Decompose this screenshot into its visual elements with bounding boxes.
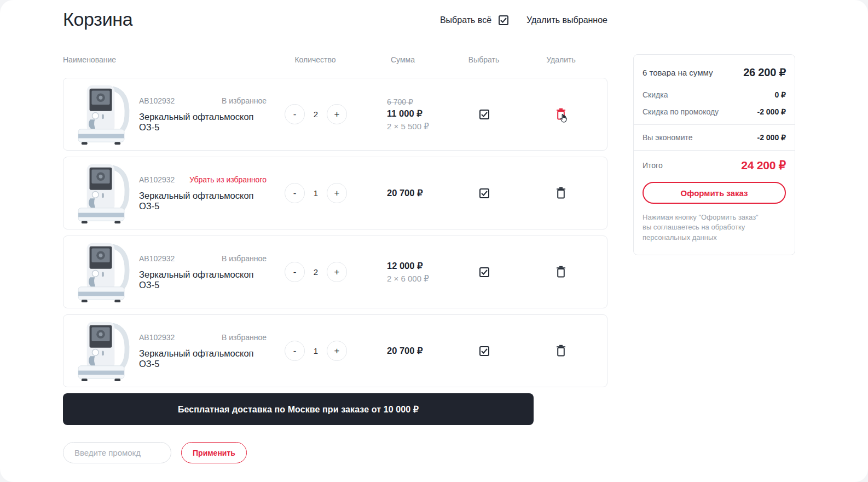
promo-discount-value: -2 000 ₽ [757, 107, 786, 116]
cart-item-row: AB102932 В избранное Зеркальный офтальмо… [63, 236, 607, 308]
cart-page: Выбрать всё Удалить выбранное Корзина На… [0, 0, 868, 482]
page-title: Корзина [63, 9, 607, 30]
check-icon [481, 269, 488, 275]
trash-icon [555, 345, 566, 357]
cursor-pointer-icon [558, 113, 569, 123]
free-delivery-text: Бесплатная доставка по Москве при заказе… [178, 404, 419, 415]
discount-label: Скидка [643, 90, 668, 99]
quantity-value: 1 [313, 188, 319, 198]
cart-item-row: AB102932 В избранное Зеркальный офтальмо… [63, 78, 607, 151]
column-header-name: Наименование [63, 55, 272, 64]
trash-icon [555, 266, 566, 278]
apply-promo-button[interactable]: Применить [181, 442, 247, 463]
order-summary: 6 товара на сумму 26 200 ₽ Скидка 0 ₽ Ск… [633, 54, 795, 255]
old-price: 6 700 ₽ [387, 96, 454, 107]
column-header-sum: Сумма [386, 55, 453, 64]
product-article: AB102932 [139, 254, 175, 263]
product-image [68, 319, 134, 383]
increase-qty-button[interactable]: + [327, 262, 347, 282]
table-header: Наименование Количество Сумма Выбрать Уд… [63, 55, 607, 65]
increase-qty-button[interactable]: + [327, 183, 347, 203]
cart-items-list: AB102932 В избранное Зеркальный офтальмо… [63, 78, 607, 387]
product-name: Зеркальный офтальмоскоп ОЗ-5 [139, 191, 267, 211]
product-article: AB102932 [139, 175, 175, 184]
product-article: AB102932 [139, 96, 175, 105]
favorite-link[interactable]: В избранное [222, 96, 267, 105]
favorite-link[interactable]: В избранное [222, 333, 267, 342]
quantity-stepper: - 1 + [273, 183, 359, 203]
quantity-stepper: - 2 + [273, 262, 359, 282]
checkout-button[interactable]: Оформить заказ [643, 182, 786, 204]
discount-value: 0 ₽ [774, 90, 786, 99]
price-breakdown: 2 × 5 500 ₽ [387, 120, 454, 133]
check-icon [481, 191, 488, 196]
column-header-select: Выбрать [453, 55, 514, 64]
item-checkbox[interactable] [479, 267, 489, 277]
promo-discount-label: Скидка по промокоду [643, 107, 719, 116]
total-label: Итого [643, 161, 663, 170]
product-image [68, 240, 134, 304]
checkout-disclaimer: Нажимая кнопку "Оформить заказ" вы согла… [643, 213, 768, 243]
price: 20 700 ₽ [387, 345, 454, 358]
increase-qty-button[interactable]: + [327, 341, 347, 361]
quantity-value: 1 [313, 346, 319, 355]
cart-item-row: AB102932 В избранное Зеркальный офтальмо… [63, 314, 607, 387]
total-value: 24 200 ₽ [741, 159, 786, 172]
savings-value: -2 000 ₽ [757, 133, 786, 142]
increase-qty-button[interactable]: + [327, 104, 347, 124]
product-name: Зеркальный офтальмоскоп ОЗ-5 [139, 112, 267, 133]
item-checkbox[interactable] [479, 110, 489, 119]
check-icon [481, 348, 488, 354]
trash-icon [555, 187, 566, 199]
product-article: AB102932 [139, 333, 175, 342]
delete-item-button[interactable] [555, 108, 567, 121]
promo-section: Применить [63, 442, 607, 463]
quantity-value: 2 [313, 267, 319, 277]
decrease-qty-button[interactable]: - [285, 183, 305, 203]
decrease-qty-button[interactable]: - [285, 341, 305, 361]
price: 20 700 ₽ [387, 187, 454, 200]
quantity-stepper: - 1 + [273, 341, 359, 361]
summary-divider [634, 124, 795, 125]
subtotal-value: 26 200 ₽ [743, 66, 786, 79]
item-checkbox[interactable] [479, 346, 489, 356]
product-image [68, 82, 134, 146]
decrease-qty-button[interactable]: - [285, 104, 305, 124]
delete-item-button[interactable] [555, 266, 567, 279]
product-image [68, 161, 134, 225]
column-header-qty: Количество [272, 55, 358, 64]
column-header-delete: Удалить [514, 55, 607, 64]
price: 11 000 ₽ [387, 107, 454, 120]
decrease-qty-button[interactable]: - [285, 262, 305, 282]
free-delivery-banner: Бесплатная доставка по Москве при заказе… [63, 393, 534, 425]
summary-divider [634, 150, 795, 151]
cart-item-row: AB102932 Убрать из избранного Зеркальный… [63, 157, 607, 229]
item-checkbox[interactable] [479, 188, 489, 198]
promo-code-input[interactable] [63, 442, 171, 463]
price-breakdown: 2 × 6 000 ₽ [387, 273, 454, 285]
delete-item-button[interactable] [555, 187, 567, 200]
quantity-value: 2 [313, 110, 319, 119]
favorite-link[interactable]: Убрать из избранного [189, 175, 267, 184]
delete-item-button[interactable] [555, 345, 567, 358]
favorite-link[interactable]: В избранное [222, 254, 267, 263]
savings-label: Вы экономите [643, 133, 693, 142]
quantity-stepper: - 2 + [273, 104, 359, 124]
price: 12 000 ₽ [387, 260, 454, 273]
product-name: Зеркальный офтальмоскоп ОЗ-5 [139, 348, 267, 369]
items-count-label: 6 товара на сумму [643, 68, 713, 77]
check-icon [481, 112, 488, 117]
product-name: Зеркальный офтальмоскоп ОЗ-5 [139, 269, 267, 290]
